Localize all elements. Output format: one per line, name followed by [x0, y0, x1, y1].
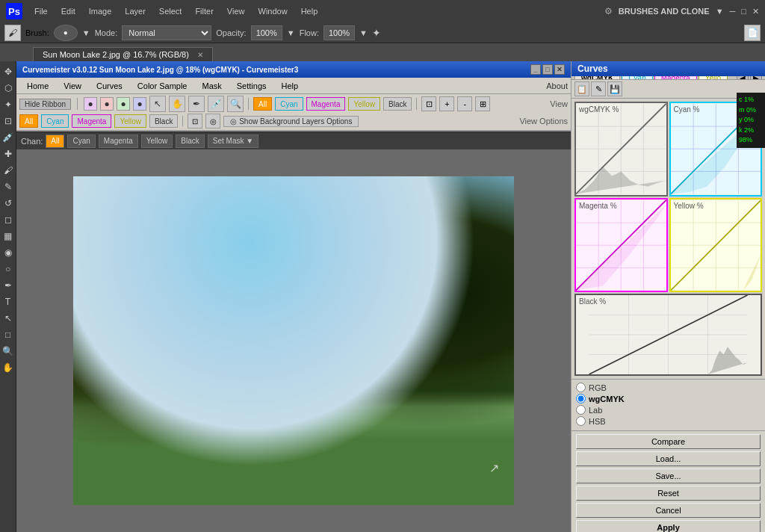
curve-cell-cmyk[interactable]: wgCMYK %	[574, 102, 668, 197]
cm-about-link[interactable]: About	[546, 81, 568, 90]
apply-btn[interactable]: Apply	[576, 520, 761, 532]
radio-wgcmyk-input[interactable]	[576, 394, 586, 403]
type-icon[interactable]: T	[1, 294, 16, 309]
brush-tool-icon[interactable]: 🖌	[4, 25, 21, 41]
chan-black-btn[interactable]: Black	[176, 134, 204, 148]
lasso-tool-icon[interactable]: ⬡	[1, 81, 16, 96]
document-icon[interactable]: 📄	[744, 25, 761, 41]
gradient-icon[interactable]: ▦	[1, 229, 16, 244]
chan-set-mask-btn[interactable]: Set Mask ▼	[208, 134, 258, 148]
reset-btn[interactable]: Reset	[576, 486, 761, 501]
cm-menu-settings[interactable]: Settings	[229, 79, 274, 93]
crop-tool-icon[interactable]: ⊡	[1, 114, 16, 129]
curve-cell-black[interactable]: Black %	[574, 294, 762, 376]
channel-magenta-btn[interactable]: Magenta	[306, 97, 346, 111]
cancel-btn[interactable]: Cancel	[576, 503, 761, 518]
curves-icon-2[interactable]: ✎	[591, 81, 606, 96]
color-icon-1[interactable]: ●	[84, 97, 97, 111]
color-icon-4[interactable]: ●	[133, 97, 146, 111]
channel-cyan-btn[interactable]: Cyan	[275, 97, 303, 111]
compare-btn[interactable]: Compare	[576, 434, 761, 449]
channel-black-btn-2[interactable]: Black	[149, 114, 178, 128]
curve-cell-magenta[interactable]: Magenta %	[574, 198, 668, 293]
workspace-dropdown-icon[interactable]: ▼	[716, 7, 724, 16]
menu-edit[interactable]: Edit	[55, 4, 81, 19]
curves-icon-1[interactable]: 📋	[574, 81, 589, 96]
radio-rgb-input[interactable]	[576, 383, 586, 392]
clone-stamp-icon[interactable]: ✎	[1, 179, 16, 194]
save-btn[interactable]: Save...	[576, 468, 761, 483]
cm-menu-curves[interactable]: Curves	[89, 79, 130, 93]
zoom-icon[interactable]: 🔍	[1, 344, 16, 359]
dodge-icon[interactable]: ○	[1, 262, 16, 276]
zoom-fit-icon[interactable]: ⊡	[421, 96, 436, 111]
flow-value[interactable]: 100%	[323, 25, 355, 40]
healing-brush-icon[interactable]: ✚	[1, 146, 16, 161]
path-select-icon[interactable]: ↖	[1, 311, 16, 326]
channel-magenta-btn-2[interactable]: Magenta	[72, 114, 111, 128]
menu-filter[interactable]: Filter	[189, 4, 219, 19]
opacity-arrow[interactable]: ▼	[287, 28, 295, 37]
minimize-btn[interactable]: ─	[730, 7, 736, 16]
channel-black-btn[interactable]: Black	[383, 97, 412, 111]
cm-maximize-btn[interactable]: □	[542, 64, 553, 75]
eyedropper-icon[interactable]: 💉	[1, 130, 16, 145]
opacity-value[interactable]: 100%	[251, 25, 282, 40]
radio-hsb-input[interactable]	[576, 416, 586, 426]
cm-menu-mask[interactable]: Mask	[194, 79, 229, 93]
chan-all-btn[interactable]: All	[46, 134, 64, 148]
channel-all-btn-2[interactable]: All	[19, 114, 38, 128]
radio-lab-input[interactable]	[576, 405, 586, 415]
workspace-label[interactable]: BRUSHES AND CLONE	[619, 7, 710, 16]
zoom-out-icon[interactable]: -	[457, 96, 472, 111]
channel-yellow-btn[interactable]: Yellow	[348, 97, 380, 111]
load-btn[interactable]: Load...	[576, 451, 761, 466]
curve-cell-yellow[interactable]: Yellow %	[669, 198, 763, 293]
curves-icon-3[interactable]: 💾	[607, 81, 622, 96]
cm-menu-home[interactable]: Home	[19, 79, 56, 93]
pen-icon[interactable]: ✒	[1, 278, 16, 293]
brush-icon[interactable]: 🖌	[1, 163, 16, 178]
zoom-actual-icon[interactable]: ⊞	[475, 96, 490, 111]
chan-yellow-btn[interactable]: Yellow	[141, 134, 173, 148]
menu-help[interactable]: Help	[295, 4, 324, 19]
menu-window[interactable]: Window	[253, 4, 294, 19]
menu-file[interactable]: File	[28, 4, 54, 19]
magic-wand-icon[interactable]: ✦	[1, 97, 16, 112]
image-canvas[interactable]: ↗	[73, 176, 514, 505]
cm-eyedropper-icon[interactable]: 💉	[208, 96, 224, 112]
brush-size-arrow[interactable]: ▼	[82, 28, 90, 37]
menu-layer[interactable]: Layer	[119, 4, 152, 19]
cm-minimize-btn[interactable]: _	[530, 64, 541, 75]
color-icon-2[interactable]: ●	[100, 97, 114, 111]
shape-icon[interactable]: □	[1, 327, 16, 342]
menu-view[interactable]: View	[221, 4, 251, 19]
cm-zoom-icon[interactable]: 🔍	[227, 96, 244, 112]
history-brush-icon[interactable]: ↺	[1, 196, 16, 211]
cm-pen-icon[interactable]: ✒	[188, 96, 205, 112]
cm-menu-color-sample[interactable]: Color Sample	[130, 79, 195, 93]
tab-close-icon[interactable]: ✕	[197, 51, 203, 59]
color-icon-3[interactable]: ●	[117, 97, 130, 111]
channel-yellow-btn-2[interactable]: Yellow	[114, 114, 146, 128]
cm-hand-icon[interactable]: ✋	[169, 96, 185, 112]
channel-all-btn[interactable]: All	[253, 97, 272, 111]
cm-menu-help[interactable]: Help	[274, 79, 306, 93]
chan-magenta-btn[interactable]: Magenta	[99, 134, 138, 148]
view-mode-icon[interactable]: ⊡	[188, 114, 202, 129]
view-options-btn[interactable]: ◎ Show Background Layers Options	[223, 116, 359, 127]
mode-dropdown[interactable]: Normal	[122, 25, 211, 40]
menu-image[interactable]: Image	[83, 4, 118, 19]
maximize-btn[interactable]: □	[741, 7, 746, 16]
document-tab[interactable]: Sun Moon Lake 2.jpg @ 16.7% (RGB/8) ✕	[33, 47, 213, 61]
cm-pointer-icon[interactable]: ↖	[149, 96, 166, 112]
close-btn[interactable]: ✕	[752, 7, 759, 16]
view-overlay-icon[interactable]: ◎	[205, 114, 220, 129]
menu-select[interactable]: Select	[153, 4, 188, 19]
airbrush-icon[interactable]: ✦	[372, 27, 381, 39]
chan-cyan-btn[interactable]: Cyan	[67, 134, 95, 148]
channel-cyan-btn-2[interactable]: Cyan	[41, 114, 69, 128]
cm-close-btn[interactable]: ✕	[554, 64, 565, 75]
eraser-icon[interactable]: ◻	[1, 212, 16, 227]
hide-ribbon-btn[interactable]: Hide Ribbon	[19, 99, 71, 110]
